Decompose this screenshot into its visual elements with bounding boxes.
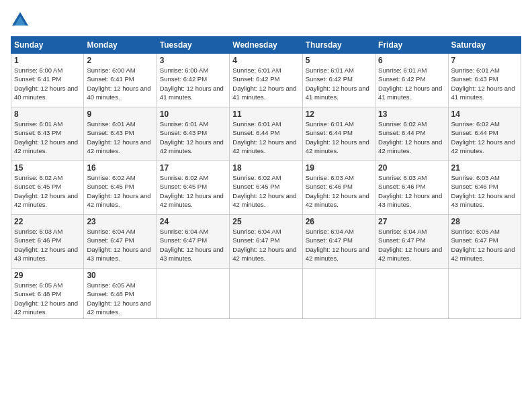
day-number: 11 bbox=[232, 109, 299, 119]
calendar-week-row: 8 Sunrise: 6:01 AM Sunset: 6:43 PM Dayli… bbox=[11, 107, 521, 161]
calendar-cell: 15 Sunrise: 6:02 AM Sunset: 6:45 PM Dayl… bbox=[11, 161, 84, 215]
sunset-text: Sunset: 6:46 PM bbox=[378, 183, 425, 190]
day-number: 10 bbox=[160, 109, 226, 119]
calendar-cell: 17 Sunrise: 6:02 AM Sunset: 6:45 PM Dayl… bbox=[157, 161, 229, 215]
calendar-cell: 24 Sunrise: 6:04 AM Sunset: 6:47 PM Dayl… bbox=[157, 215, 229, 269]
day-number: 5 bbox=[306, 56, 372, 65]
calendar-cell: 2 Sunrise: 6:00 AM Sunset: 6:41 PM Dayli… bbox=[84, 54, 157, 107]
sunrise-text: Sunrise: 6:02 AM bbox=[232, 174, 281, 181]
day-info: Sunrise: 6:01 AM Sunset: 6:43 PM Dayligh… bbox=[87, 120, 153, 155]
day-number: 2 bbox=[87, 56, 153, 65]
day-info: Sunrise: 6:01 AM Sunset: 6:42 PM Dayligh… bbox=[232, 66, 299, 101]
daylight-text: Daylight: 12 hours and 42 minutes. bbox=[378, 246, 442, 262]
sunrise-text: Sunrise: 6:05 AM bbox=[87, 281, 135, 289]
logo-icon bbox=[11, 11, 30, 30]
sunrise-text: Sunrise: 6:01 AM bbox=[232, 120, 281, 128]
day-number: 13 bbox=[378, 109, 445, 119]
day-info: Sunrise: 6:05 AM Sunset: 6:48 PM Dayligh… bbox=[87, 281, 153, 316]
sunset-text: Sunset: 6:45 PM bbox=[87, 183, 134, 190]
day-number: 7 bbox=[451, 56, 518, 65]
day-number: 28 bbox=[451, 217, 518, 226]
calendar-cell: 27 Sunrise: 6:04 AM Sunset: 6:47 PM Dayl… bbox=[375, 215, 448, 269]
calendar-week-row: 22 Sunrise: 6:03 AM Sunset: 6:46 PM Dayl… bbox=[11, 215, 521, 269]
day-number: 12 bbox=[306, 109, 372, 119]
day-info: Sunrise: 6:01 AM Sunset: 6:44 PM Dayligh… bbox=[306, 120, 372, 155]
calendar-cell: 23 Sunrise: 6:04 AM Sunset: 6:47 PM Dayl… bbox=[84, 215, 157, 269]
day-info: Sunrise: 6:05 AM Sunset: 6:48 PM Dayligh… bbox=[14, 281, 81, 316]
sunrise-text: Sunrise: 6:01 AM bbox=[160, 120, 208, 128]
calendar-header-saturday: Saturday bbox=[448, 37, 521, 54]
sunset-text: Sunset: 6:48 PM bbox=[87, 290, 134, 298]
daylight-text: Daylight: 12 hours and 43 minutes. bbox=[160, 246, 224, 262]
day-info: Sunrise: 6:02 AM Sunset: 6:45 PM Dayligh… bbox=[160, 173, 226, 209]
sunset-text: Sunset: 6:42 PM bbox=[378, 75, 425, 83]
day-info: Sunrise: 6:01 AM Sunset: 6:43 PM Dayligh… bbox=[451, 66, 518, 101]
calendar-header-sunday: Sunday bbox=[11, 37, 84, 54]
daylight-text: Daylight: 12 hours and 41 minutes. bbox=[160, 85, 224, 101]
sunset-text: Sunset: 6:47 PM bbox=[378, 236, 425, 244]
calendar-header-tuesday: Tuesday bbox=[157, 37, 229, 54]
day-info: Sunrise: 6:01 AM Sunset: 6:43 PM Dayligh… bbox=[160, 120, 226, 155]
sunrise-text: Sunrise: 6:01 AM bbox=[451, 66, 500, 74]
sunset-text: Sunset: 6:41 PM bbox=[14, 75, 61, 83]
calendar-cell: 9 Sunrise: 6:01 AM Sunset: 6:43 PM Dayli… bbox=[84, 107, 157, 161]
calendar-cell: 4 Sunrise: 6:01 AM Sunset: 6:42 PM Dayli… bbox=[230, 54, 302, 107]
daylight-text: Daylight: 12 hours and 43 minutes. bbox=[451, 192, 515, 208]
calendar-cell: 28 Sunrise: 6:05 AM Sunset: 6:47 PM Dayl… bbox=[448, 215, 521, 269]
day-info: Sunrise: 6:02 AM Sunset: 6:44 PM Dayligh… bbox=[451, 120, 518, 155]
calendar-cell: 10 Sunrise: 6:01 AM Sunset: 6:43 PM Dayl… bbox=[157, 107, 229, 161]
day-number: 8 bbox=[14, 109, 81, 119]
day-info: Sunrise: 6:00 AM Sunset: 6:42 PM Dayligh… bbox=[160, 66, 226, 101]
day-info: Sunrise: 6:02 AM Sunset: 6:44 PM Dayligh… bbox=[378, 120, 445, 155]
sunset-text: Sunset: 6:43 PM bbox=[87, 129, 134, 136]
daylight-text: Daylight: 12 hours and 42 minutes. bbox=[232, 246, 296, 262]
sunset-text: Sunset: 6:43 PM bbox=[160, 129, 207, 136]
calendar-cell bbox=[448, 269, 521, 319]
daylight-text: Daylight: 12 hours and 40 minutes. bbox=[14, 85, 78, 101]
day-number: 1 bbox=[14, 56, 81, 65]
calendar-cell: 19 Sunrise: 6:03 AM Sunset: 6:46 PM Dayl… bbox=[302, 161, 375, 215]
calendar-week-row: 15 Sunrise: 6:02 AM Sunset: 6:45 PM Dayl… bbox=[11, 161, 521, 215]
sunrise-text: Sunrise: 6:04 AM bbox=[87, 228, 135, 235]
sunrise-text: Sunrise: 6:00 AM bbox=[87, 66, 135, 74]
sunrise-text: Sunrise: 6:02 AM bbox=[451, 120, 500, 128]
day-number: 29 bbox=[14, 271, 81, 280]
daylight-text: Daylight: 12 hours and 42 minutes. bbox=[306, 138, 369, 154]
day-number: 20 bbox=[378, 163, 445, 173]
daylight-text: Daylight: 12 hours and 42 minutes. bbox=[232, 192, 296, 208]
calendar-cell: 1 Sunrise: 6:00 AM Sunset: 6:41 PM Dayli… bbox=[11, 54, 84, 107]
sunset-text: Sunset: 6:45 PM bbox=[14, 183, 61, 190]
sunset-text: Sunset: 6:46 PM bbox=[14, 236, 61, 244]
sunset-text: Sunset: 6:45 PM bbox=[160, 183, 207, 190]
daylight-text: Daylight: 12 hours and 42 minutes. bbox=[451, 246, 515, 262]
day-info: Sunrise: 6:02 AM Sunset: 6:45 PM Dayligh… bbox=[14, 173, 81, 209]
daylight-text: Daylight: 12 hours and 43 minutes. bbox=[14, 246, 78, 262]
calendar-cell: 25 Sunrise: 6:04 AM Sunset: 6:47 PM Dayl… bbox=[230, 215, 302, 269]
day-number: 27 bbox=[378, 217, 445, 226]
daylight-text: Daylight: 12 hours and 42 minutes. bbox=[14, 138, 78, 154]
calendar-cell: 22 Sunrise: 6:03 AM Sunset: 6:46 PM Dayl… bbox=[11, 215, 84, 269]
daylight-text: Daylight: 12 hours and 42 minutes. bbox=[232, 138, 296, 154]
calendar-week-row: 29 Sunrise: 6:05 AM Sunset: 6:48 PM Dayl… bbox=[11, 269, 521, 319]
day-number: 16 bbox=[87, 163, 153, 173]
calendar-cell: 3 Sunrise: 6:00 AM Sunset: 6:42 PM Dayli… bbox=[157, 54, 229, 107]
sunrise-text: Sunrise: 6:01 AM bbox=[232, 66, 281, 74]
day-info: Sunrise: 6:03 AM Sunset: 6:46 PM Dayligh… bbox=[451, 173, 518, 209]
day-info: Sunrise: 6:00 AM Sunset: 6:41 PM Dayligh… bbox=[87, 66, 153, 101]
calendar-cell: 20 Sunrise: 6:03 AM Sunset: 6:46 PM Dayl… bbox=[375, 161, 448, 215]
day-number: 24 bbox=[160, 217, 226, 226]
header bbox=[11, 11, 521, 30]
day-number: 23 bbox=[87, 217, 153, 226]
sunrise-text: Sunrise: 6:04 AM bbox=[160, 228, 208, 235]
calendar-cell bbox=[157, 269, 229, 319]
calendar-cell: 7 Sunrise: 6:01 AM Sunset: 6:43 PM Dayli… bbox=[448, 54, 521, 107]
daylight-text: Daylight: 12 hours and 42 minutes. bbox=[160, 192, 224, 208]
sunset-text: Sunset: 6:42 PM bbox=[306, 75, 353, 83]
day-number: 30 bbox=[87, 271, 153, 280]
sunset-text: Sunset: 6:42 PM bbox=[160, 75, 207, 83]
day-number: 19 bbox=[306, 163, 372, 173]
calendar-header-row: SundayMondayTuesdayWednesdayThursdayFrid… bbox=[11, 37, 521, 54]
day-info: Sunrise: 6:03 AM Sunset: 6:46 PM Dayligh… bbox=[14, 227, 81, 263]
calendar-cell: 8 Sunrise: 6:01 AM Sunset: 6:43 PM Dayli… bbox=[11, 107, 84, 161]
day-info: Sunrise: 6:05 AM Sunset: 6:47 PM Dayligh… bbox=[451, 227, 518, 263]
